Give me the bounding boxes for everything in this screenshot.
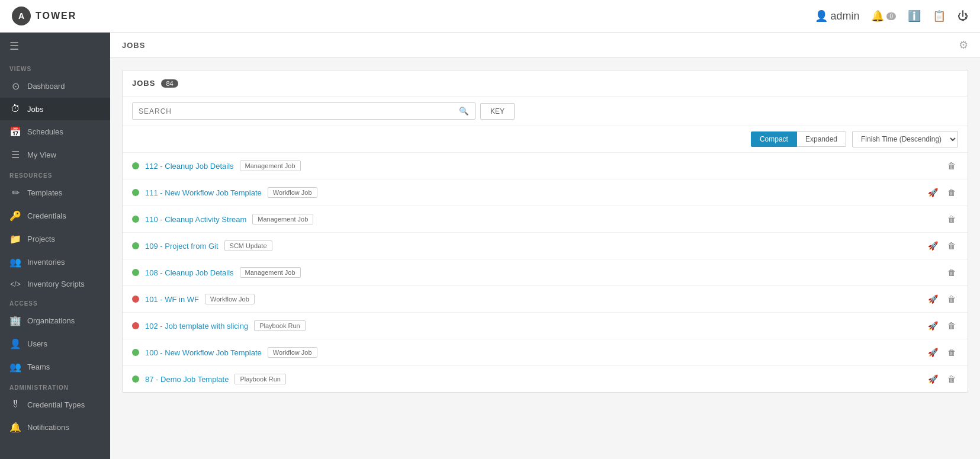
delete-icon[interactable]: 🗑 <box>945 187 958 198</box>
job-actions: 🚀🗑 <box>926 240 958 252</box>
delete-icon[interactable]: 🗑 <box>945 213 958 225</box>
sidebar-item-inventories[interactable]: 👥 Inventories <box>0 251 110 274</box>
status-indicator <box>132 162 139 169</box>
notifications-bell-icon: 🔔 <box>9 422 21 433</box>
delete-icon[interactable]: 🗑 <box>945 240 958 252</box>
sidebar-item-projects[interactable]: 📁 Projects <box>0 227 110 251</box>
job-name-link[interactable]: 110 - Cleanup Activity Stream <box>145 215 246 224</box>
access-section-label: ACCESS <box>0 294 110 309</box>
sidebar: ☰ VIEWS ⊙ Dashboard ⏱ Jobs 📅 Schedules ☰… <box>0 33 110 459</box>
sidebar-item-inventory-scripts[interactable]: </> Inventory Scripts <box>0 274 110 294</box>
sidebar-item-users[interactable]: 👤 Users <box>0 332 110 355</box>
sidebar-item-organizations[interactable]: 🏢 Organizations <box>0 309 110 332</box>
relaunch-icon[interactable]: 🚀 <box>926 293 940 305</box>
key-button[interactable]: KEY <box>480 103 515 120</box>
status-indicator <box>132 375 139 383</box>
relaunch-icon[interactable]: 🚀 <box>926 187 940 198</box>
job-name-link[interactable]: 108 - Cleanup Job Details <box>145 268 234 277</box>
delete-icon[interactable]: 🗑 <box>945 160 958 172</box>
info-icon[interactable]: ℹ️ <box>908 9 921 23</box>
job-actions: 🗑 <box>945 267 958 278</box>
delete-icon[interactable]: 🗑 <box>945 267 958 278</box>
status-indicator <box>132 189 139 196</box>
projects-icon: 📁 <box>9 233 21 245</box>
sidebar-item-schedules[interactable]: 📅 Schedules <box>0 120 110 143</box>
table-row: 102 - Job template with slicingPlaybook … <box>123 313 968 339</box>
job-actions: 🚀🗑 <box>926 346 958 358</box>
job-name-link[interactable]: 109 - Project from Git <box>145 242 219 251</box>
job-actions: 🗑 <box>945 160 958 172</box>
table-row: 112 - Cleanup Job DetailsManagement Job🗑 <box>123 153 968 179</box>
sidebar-label-users: Users <box>27 339 47 348</box>
delete-icon[interactable]: 🗑 <box>945 320 958 332</box>
relaunch-icon[interactable]: 🚀 <box>926 373 940 385</box>
sidebar-item-notifications[interactable]: 🔔 Notifications <box>0 416 110 439</box>
table-row: 87 - Demo Job TemplatePlaybook Run🚀🗑 <box>123 366 968 392</box>
schedules-icon: 📅 <box>9 126 21 137</box>
page-content: JOBS 84 🔍 KEY Compact Expanded Fi <box>110 58 980 459</box>
top-header: A TOWER 👤 admin 🔔 0 ℹ️ 📋 ⏻ <box>0 0 980 33</box>
inventory-scripts-icon: </> <box>9 280 21 288</box>
relaunch-icon[interactable]: 🚀 <box>926 346 940 358</box>
sidebar-item-myview[interactable]: ☰ My View <box>0 143 110 166</box>
jobs-panel-title: JOBS <box>132 79 155 88</box>
job-tag: Playbook Run <box>234 374 286 384</box>
sidebar-label-myview: My View <box>27 150 56 159</box>
relaunch-icon[interactable]: 🚀 <box>926 320 940 332</box>
delete-icon[interactable]: 🗑 <box>945 346 958 358</box>
credential-types-icon: 🎖 <box>9 399 21 410</box>
delete-icon[interactable]: 🗑 <box>945 293 958 305</box>
job-name-link[interactable]: 101 - WF in WF <box>145 295 199 304</box>
sidebar-label-organizations: Organizations <box>27 316 75 325</box>
job-tag: Management Job <box>240 267 301 278</box>
sidebar-item-credential-types[interactable]: 🎖 Credential Types <box>0 393 110 416</box>
header-right: 👤 admin 🔔 0 ℹ️ 📋 ⏻ <box>815 9 968 23</box>
job-name-link[interactable]: 100 - New Workflow Job Template <box>145 348 262 357</box>
compact-view-button[interactable]: Compact <box>751 131 797 147</box>
job-name-link[interactable]: 111 - New Workflow Job Template <box>145 188 262 197</box>
job-actions: 🚀🗑 <box>926 320 958 332</box>
myview-icon: ☰ <box>9 149 21 161</box>
job-tag: SCM Update <box>224 240 272 251</box>
table-row: 110 - Cleanup Activity StreamManagement … <box>123 206 968 233</box>
sidebar-item-jobs[interactable]: ⏱ Jobs <box>0 98 110 120</box>
resources-section-label: RESOURCES <box>0 166 110 181</box>
jobs-panel: JOBS 84 🔍 KEY Compact Expanded Fi <box>122 70 968 393</box>
sort-select[interactable]: Finish Time (Descending) Finish Time (As… <box>852 131 958 147</box>
sidebar-item-templates[interactable]: ✏ Templates <box>0 181 110 204</box>
sidebar-label-inventories: Inventories <box>27 258 65 267</box>
sidebar-label-projects: Projects <box>27 235 55 243</box>
job-name-link[interactable]: 112 - Cleanup Job Details <box>145 162 234 171</box>
sidebar-label-jobs: Jobs <box>27 105 43 114</box>
logo-text: TOWER <box>36 11 76 21</box>
jobs-count-badge: 84 <box>161 79 178 88</box>
sidebar-item-teams[interactable]: 👥 Teams <box>0 355 110 378</box>
sidebar-item-credentials[interactable]: 🔑 Credentials <box>0 204 110 227</box>
docs-icon[interactable]: 📋 <box>933 9 946 23</box>
search-input[interactable] <box>133 104 453 119</box>
delete-icon[interactable]: 🗑 <box>945 373 958 385</box>
view-controls: Compact Expanded Finish Time (Descending… <box>123 126 968 153</box>
user-menu[interactable]: 👤 admin <box>815 9 859 23</box>
sidebar-label-credential-types: Credential Types <box>27 400 85 409</box>
sidebar-item-dashboard[interactable]: ⊙ Dashboard <box>0 75 110 98</box>
sidebar-label-dashboard: Dashboard <box>27 82 65 91</box>
notification-count: 0 <box>886 12 896 20</box>
job-tag: Workflow Job <box>205 294 255 304</box>
relaunch-icon[interactable]: 🚀 <box>926 240 940 252</box>
expanded-view-button[interactable]: Expanded <box>797 131 846 147</box>
power-icon[interactable]: ⏻ <box>957 10 968 23</box>
status-indicator <box>132 269 139 276</box>
organizations-icon: 🏢 <box>9 315 21 326</box>
job-name-link[interactable]: 87 - Demo Job Template <box>145 375 229 384</box>
username: admin <box>830 10 859 23</box>
inventories-icon: 👥 <box>9 256 21 268</box>
job-name-link[interactable]: 102 - Job template with slicing <box>145 322 248 330</box>
notifications-icon[interactable]: 🔔 0 <box>871 9 896 23</box>
administration-section-label: ADMINISTRATION <box>0 378 110 393</box>
credentials-icon: 🔑 <box>9 210 21 222</box>
search-button[interactable]: 🔍 <box>453 103 475 119</box>
job-list: 112 - Cleanup Job DetailsManagement Job🗑… <box>123 153 968 392</box>
job-tag: Management Job <box>252 214 313 224</box>
sidebar-menu-toggle[interactable]: ☰ <box>0 33 110 60</box>
